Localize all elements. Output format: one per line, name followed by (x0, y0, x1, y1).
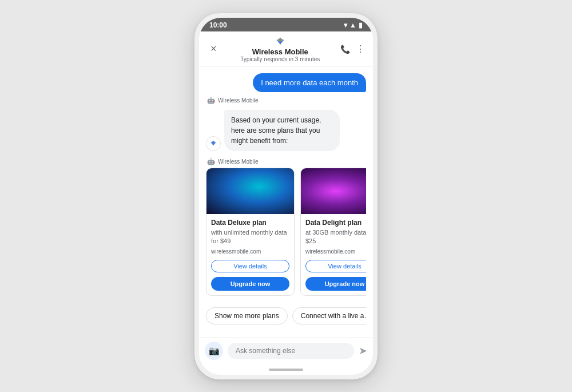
header-action-icons: 📞 ⋮ (340, 43, 365, 54)
bot-message-text: Based on your current usage, here are so… (231, 116, 321, 145)
plan-card-1-image (301, 168, 366, 214)
camera-icon: 📷 (209, 346, 220, 356)
more-options-icon[interactable]: ⋮ (356, 43, 365, 54)
status-icons: ▾ ▲ ▮ (344, 21, 363, 29)
plan-cards-scroll[interactable]: Data Deluxe plan with unlimited monthly … (206, 168, 366, 299)
plan-card-1-body: Data Delight plan at 30GB monthly data f… (301, 214, 366, 296)
bot-message-bubble: Based on your current usage, here are so… (224, 110, 340, 151)
camera-icon-button[interactable]: 📷 (205, 342, 223, 360)
home-indicator (199, 365, 373, 375)
bot-logo-icon (209, 140, 217, 148)
status-bar: 10:00 ▾ ▲ ▮ (199, 18, 373, 31)
bot-avatar (206, 136, 221, 151)
plan-card-1-view-button[interactable]: View details (305, 260, 366, 272)
plan-card-0-name: Data Deluxe plan (211, 219, 289, 227)
plan-card-1-desc: at 30GB monthly data for $25 (305, 228, 366, 246)
bot-message-row: Based on your current usage, here are so… (206, 110, 366, 151)
plan-card-0-desc: with unlimited monthly data for $49 (211, 228, 289, 246)
header-center: Wireless Mobile Typically responds in 3 … (240, 36, 320, 62)
signal-icon: ▲ (349, 21, 356, 29)
bot-label-1: 🤖 Wireless Mobile (207, 97, 366, 104)
cards-wm-label: 🤖 Wireless Mobile (207, 158, 366, 165)
close-button[interactable]: × (207, 42, 220, 56)
plan-card-0-upgrade-button[interactable]: Upgrade now (211, 277, 289, 291)
user-message-text: I need more data each month (261, 78, 358, 87)
user-message-bubble: I need more data each month (253, 73, 366, 92)
phone-frame: 10:00 ▾ ▲ ▮ × Wireless Mobile Typically … (194, 13, 378, 379)
header-title: Wireless Mobile (252, 47, 308, 56)
cards-section: 🤖 Wireless Mobile Data Deluxe plan with … (206, 156, 366, 299)
plan-card-1-name: Data Delight plan (305, 219, 366, 227)
quick-reply-0[interactable]: Show me more plans (206, 307, 288, 324)
home-bar (269, 369, 303, 371)
phone-icon[interactable]: 📞 (340, 45, 350, 54)
send-button[interactable]: ➤ (359, 345, 367, 357)
plan-card-0: Data Deluxe plan with unlimited monthly … (206, 168, 295, 296)
cards-label-text: Wireless Mobile (218, 159, 259, 165)
plan-card-1-upgrade-button[interactable]: Upgrade now (305, 277, 366, 291)
quick-replies: Show me more plans Connect with a live a… (206, 303, 366, 328)
chat-input[interactable] (228, 343, 354, 359)
bot-name-1: Wireless Mobile (218, 97, 259, 104)
cards-agent-icon: 🤖 (207, 158, 215, 165)
plan-card-0-domain: wirelessmobile.com (211, 248, 289, 255)
plan-card-0-image (206, 168, 294, 214)
app-header: × Wireless Mobile Typically responds in … (199, 31, 373, 66)
plan-card-0-view-button[interactable]: View details (211, 260, 289, 272)
phone-screen: 10:00 ▾ ▲ ▮ × Wireless Mobile Typically … (199, 18, 373, 375)
plan-card-1-domain: wirelessmobile.com (305, 248, 366, 255)
bot-agent-icon-1: 🤖 (207, 97, 215, 104)
wifi-icon: ▾ (344, 21, 347, 29)
input-bar: 📷 ➤ (199, 338, 373, 365)
quick-reply-1[interactable]: Connect with a live a… (292, 307, 366, 324)
header-subtitle: Typically responds in 3 minutes (240, 56, 320, 62)
status-time: 10:00 (209, 21, 227, 29)
plan-card-0-body: Data Deluxe plan with unlimited monthly … (206, 214, 294, 296)
wm-logo-icon (275, 36, 286, 47)
chat-area: I need more data each month 🤖 Wireless M… (199, 66, 373, 338)
battery-icon: ▮ (359, 21, 363, 29)
plan-card-1: Data Delight plan at 30GB monthly data f… (300, 168, 366, 296)
